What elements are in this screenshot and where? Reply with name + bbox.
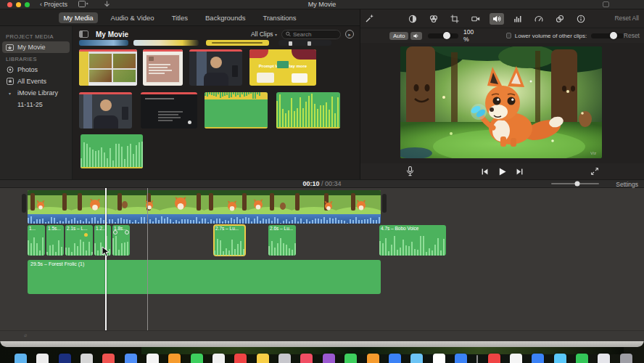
- crop-icon[interactable]: [447, 13, 462, 25]
- filmstrip-frame: [337, 190, 381, 214]
- media-thumbnail[interactable]: [278, 40, 331, 46]
- dock-app-icon[interactable]: [389, 354, 401, 363]
- media-thumbnail[interactable]: [79, 40, 128, 46]
- video-clip-audio-band[interactable]: [28, 214, 381, 224]
- dock-app-icon[interactable]: [234, 354, 247, 363]
- dock-app-icon[interactable]: [80, 354, 93, 363]
- audio-clip[interactable]: 2.1s – L...: [65, 225, 93, 256]
- media-thumbnail[interactable]: [133, 40, 199, 46]
- stabilization-icon[interactable]: [468, 13, 483, 25]
- dock-app-icon[interactable]: [510, 354, 522, 363]
- playhead[interactable]: [105, 188, 107, 330]
- dock-app-icon[interactable]: [598, 354, 610, 363]
- media-tabbar: My MediaAudio & VideoTitlesBackgroundsTr…: [0, 9, 360, 26]
- media-thumbnail-promo[interactable]: Prompt less, Play more: [249, 49, 316, 86]
- video-clip-filmstrip[interactable]: [28, 190, 381, 214]
- previous-frame-button[interactable]: [481, 168, 489, 176]
- dock-app-icon[interactable]: [488, 354, 500, 363]
- sidebar-toggle-icon[interactable]: [79, 30, 88, 38]
- sidebar-item-photos[interactable]: Photos: [0, 64, 72, 76]
- audio-clip[interactable]: 1...: [28, 225, 45, 256]
- dock-app-icon[interactable]: [300, 354, 313, 363]
- info-icon[interactable]: [574, 13, 588, 25]
- sidebar-item-imovie-library[interactable]: ▾iMovie Library: [0, 87, 72, 99]
- reset-all-button[interactable]: Reset All: [614, 15, 639, 22]
- lower-volume-slider[interactable]: [591, 33, 623, 38]
- media-thumbnail-audio[interactable]: [80, 134, 143, 168]
- media-thumbnail-audio[interactable]: [205, 92, 268, 129]
- preview-viewer[interactable]: Viz: [400, 46, 602, 158]
- dock-app-icon[interactable]: [212, 354, 225, 363]
- clip-trim-handle-right[interactable]: [382, 194, 387, 213]
- clip-filter-dropdown[interactable]: All Clips ▾: [251, 30, 277, 38]
- sidebar-item-11-11-25[interactable]: 11-11-25: [0, 99, 72, 110]
- dock-app-icon[interactable]: [102, 354, 115, 363]
- next-frame-button[interactable]: [516, 168, 524, 176]
- audio-clip[interactable]: 2.6s – Lu...: [268, 225, 296, 256]
- dock-app-icon[interactable]: [15, 354, 27, 363]
- dock-app-icon[interactable]: [620, 354, 632, 363]
- effects-icon[interactable]: [553, 13, 567, 25]
- media-thumbnail[interactable]: [206, 40, 269, 46]
- timeline-settings-button[interactable]: Settings: [616, 181, 638, 188]
- reset-button[interactable]: Reset: [624, 32, 640, 39]
- sidebar-item-all-events[interactable]: All Events: [0, 76, 72, 87]
- browser-play-icon[interactable]: ▸: [345, 30, 354, 38]
- media-thumbnail-screen-recording[interactable]: [79, 49, 137, 86]
- audio-clip-selected[interactable]: 2.7s – Lu...: [214, 225, 245, 256]
- dock-app-icon[interactable]: [125, 354, 137, 363]
- dock-app-icon[interactable]: [323, 354, 335, 363]
- speed-icon[interactable]: [532, 13, 546, 25]
- dock-app-icon[interactable]: [146, 354, 159, 363]
- volume-icon[interactable]: [490, 13, 504, 25]
- mute-button[interactable]: [410, 32, 422, 40]
- volume-slider[interactable]: [428, 33, 458, 38]
- dock-separator: [476, 355, 478, 363]
- media-thumbnail-person[interactable]: [79, 92, 132, 129]
- play-button[interactable]: [498, 167, 507, 176]
- background-music-clip[interactable]: 29.5s – Forest Frolic (1): [28, 260, 381, 294]
- media-thumbnail-terminal[interactable]: [141, 92, 197, 129]
- audio-clip[interactable]: 1.5s...: [46, 225, 64, 256]
- dock-app-icon[interactable]: [168, 354, 181, 363]
- dock-app-icon[interactable]: [433, 354, 445, 363]
- dock-app-icon[interactable]: [278, 354, 291, 363]
- audio-clip[interactable]: 4.7s – Bobo Voice: [379, 225, 446, 256]
- tab-backgrounds[interactable]: Backgrounds: [201, 12, 249, 23]
- fade-handle[interactable]: [125, 230, 129, 234]
- media-browser: My Movie All Clips ▾ ▸: [73, 26, 360, 179]
- dock-app-icon[interactable]: [367, 354, 379, 363]
- search-input[interactable]: [293, 31, 337, 38]
- media-thumbnail-person[interactable]: [189, 49, 242, 86]
- dock-app-icon[interactable]: [59, 354, 71, 363]
- media-thumbnail-document[interactable]: [143, 49, 183, 86]
- fade-handle[interactable]: [113, 230, 117, 234]
- dock-app-icon[interactable]: [191, 354, 203, 363]
- dock-app-icon[interactable]: [257, 354, 269, 363]
- tab-my-media[interactable]: My Media: [59, 12, 97, 23]
- mouse-cursor: [102, 246, 110, 257]
- dock-app-icon[interactable]: [410, 354, 423, 363]
- media-thumbnail-audio[interactable]: [276, 92, 340, 129]
- audio-clip[interactable]: 1.8s...: [112, 225, 130, 256]
- search-field[interactable]: [281, 30, 341, 39]
- enhance-wand-icon[interactable]: [365, 14, 374, 23]
- dock-app-icon[interactable]: [344, 354, 357, 363]
- noise-reduction-icon[interactable]: [511, 13, 525, 25]
- titlebar-accessory-icon[interactable]: [603, 1, 609, 7]
- color-balance-icon[interactable]: [405, 13, 420, 25]
- dock-app-icon[interactable]: [576, 354, 588, 363]
- tab-audio-video[interactable]: Audio & Video: [107, 12, 159, 23]
- auto-volume-button[interactable]: Auto: [389, 32, 408, 40]
- dock-app-icon[interactable]: [532, 354, 544, 363]
- tab-titles[interactable]: Titles: [168, 12, 192, 23]
- dock-app-icon[interactable]: [455, 354, 467, 363]
- color-correction-icon[interactable]: [426, 13, 441, 25]
- dock-app-icon[interactable]: [36, 354, 49, 363]
- timeline-zoom-slider[interactable]: [551, 183, 599, 184]
- tab-transitions[interactable]: Transitions: [258, 12, 300, 23]
- dock-app-icon[interactable]: [554, 354, 566, 363]
- sidebar-item-my-movie[interactable]: My Movie: [2, 41, 70, 53]
- lower-volume-checkbox[interactable]: [506, 33, 511, 38]
- clip-trim-handle-left[interactable]: [22, 194, 26, 213]
